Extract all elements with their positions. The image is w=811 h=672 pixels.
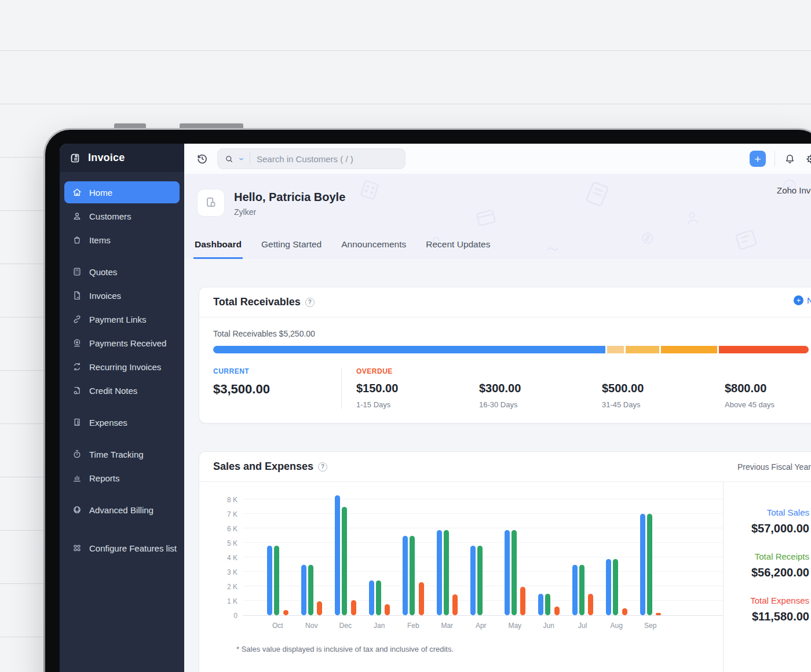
expenses-bar (283, 610, 288, 615)
aging-bar-segment (607, 346, 624, 353)
fiscal-year-selector[interactable]: Previous Fiscal Year (737, 462, 811, 472)
device-volume-button (180, 123, 243, 128)
expenses-bar (588, 594, 593, 616)
overdue-bucket: $800.00Above 45 days (725, 382, 811, 409)
sidebar-item-label: Configure Features list (89, 543, 177, 553)
x-tick-month: Nov (305, 622, 317, 630)
sidebar-item-configure-features-list[interactable]: Configure Features list (64, 537, 180, 559)
chevron-down-icon[interactable] (238, 156, 244, 162)
y-tick-label: 0 (233, 612, 238, 620)
quick-create-button[interactable]: + (750, 151, 766, 167)
sales-bar (369, 580, 374, 615)
total-value: $11,580.00 (724, 610, 809, 623)
help-icon[interactable]: ? (318, 462, 327, 472)
device-volume-button (114, 123, 146, 128)
bar-group-nov-2023 (295, 493, 329, 615)
org-name: Zylker (234, 207, 345, 217)
current-column: CURRENT $3,500.00 (213, 367, 341, 409)
expenses-icon (72, 417, 82, 428)
receipts-bar (545, 594, 550, 616)
receipts-bar (647, 514, 652, 615)
customers-icon (72, 211, 82, 221)
bucket-range: 31-45 Days (602, 400, 725, 409)
sidebar-group: Time TrackingReports (64, 443, 180, 489)
dashboard-content: Total Receivables ? + New Total Receivab… (184, 259, 811, 672)
tab-announcements[interactable]: Announcements (340, 233, 407, 259)
sidebar-item-customers[interactable]: Customers (64, 205, 180, 227)
x-tick-month: Dec (339, 622, 352, 630)
x-tick-label: Sep2024 (634, 621, 668, 631)
sidebar-item-recurring-invoices[interactable]: Recurring Invoices (64, 356, 180, 378)
aging-bar-segment (719, 346, 809, 353)
bar-group-dec-2023 (328, 493, 363, 615)
sidebar-item-time-tracking[interactable]: Time Tracking (64, 443, 180, 465)
recent-history-button[interactable] (196, 152, 209, 165)
y-tick-label: 6 K (227, 525, 238, 533)
x-tick-label: Nov2023 (295, 621, 329, 631)
bar-group-may-2024 (498, 493, 532, 615)
decor-doodle (355, 176, 384, 204)
global-search[interactable] (217, 148, 406, 169)
bucket-amount: $300.00 (479, 382, 602, 395)
sidebar-item-expenses[interactable]: Expenses (64, 411, 180, 433)
x-tick-label: May2024 (498, 621, 532, 631)
time-tracking-icon (72, 449, 82, 459)
tab-dashboard[interactable]: Dashboard (193, 233, 243, 259)
sidebar-group: HomeCustomersItems (64, 181, 180, 251)
sidebar-item-payments-received[interactable]: Payments Received (64, 332, 180, 354)
sidebar-item-label: Items (89, 235, 111, 245)
sidebar-group: Advanced Billing (64, 499, 180, 521)
receipts-bar (444, 530, 449, 616)
new-receivable-button[interactable]: + New (794, 295, 811, 305)
search-icon (224, 154, 234, 164)
sales-bar (301, 565, 306, 616)
bar-group-jan-2024 (363, 493, 397, 615)
aging-progress-bar (213, 346, 809, 353)
receipts-bar (613, 559, 618, 616)
settings-button[interactable] (805, 153, 811, 165)
chart-x-axis: Oct2023Nov2023Dec2023Jan2024Feb2024Mar20… (243, 616, 723, 631)
sales-bar (403, 536, 408, 616)
bar-group-jun-2024 (532, 493, 566, 615)
bar-group-mar-2024 (430, 493, 465, 615)
help-icon[interactable]: ? (305, 298, 315, 307)
decor-doodle (472, 203, 501, 233)
receipts-bar (376, 580, 381, 615)
total-value: $57,000.00 (724, 522, 809, 535)
bar-group-oct-2023 (261, 493, 295, 615)
sidebar-item-label: Advanced Billing (89, 505, 154, 515)
sidebar-item-home[interactable]: Home (64, 181, 180, 203)
sidebar-item-quotes[interactable]: Quotes (64, 261, 180, 283)
x-tick-label: Mar2024 (430, 621, 465, 631)
tab-recent-updates[interactable]: Recent Updates (425, 233, 491, 259)
sidebar-item-advanced-billing[interactable]: Advanced Billing (64, 499, 180, 521)
tab-getting-started[interactable]: Getting Started (260, 233, 323, 259)
x-tick-month: Oct (272, 622, 283, 630)
org-avatar[interactable] (197, 189, 225, 217)
x-tick-label: Dec2023 (328, 621, 363, 631)
aging-bar-segment (661, 346, 717, 353)
x-tick-month: Feb (407, 622, 419, 630)
invoice-logo-icon (68, 151, 82, 165)
chart-area: Oct2023Nov2023Dec2023Jan2024Feb2024Mar20… (243, 493, 723, 631)
sidebar-item-items[interactable]: Items (64, 229, 180, 251)
plus-circle-icon: + (794, 295, 803, 305)
notifications-button[interactable] (784, 153, 796, 165)
receipts-bar (410, 536, 415, 616)
sidebar-item-label: Credit Notes (89, 386, 137, 396)
sidebar-item-invoices[interactable]: Invoices (64, 284, 180, 306)
sidebar-item-label: Invoices (89, 291, 121, 301)
sidebar-item-payment-links[interactable]: Payment Links (64, 308, 180, 330)
aging-breakdown: CURRENT $3,500.00 OVERDUE $150.001-15 Da… (213, 367, 809, 423)
sidebar-group: QuotesInvoicesPayment LinksPayments Rece… (64, 261, 180, 401)
sidebar-header: Invoice (60, 144, 184, 172)
sidebar-item-reports[interactable]: Reports (64, 467, 180, 489)
search-input[interactable] (255, 154, 399, 165)
items-icon (72, 235, 82, 245)
sidebar-item-label: Time Tracking (89, 450, 144, 459)
sidebar-group: Configure Features list (64, 537, 180, 559)
chart-side: 01 K2 K3 K4 K5 K6 K7 K8 K Oct2023Nov2023… (199, 482, 723, 672)
sidebar-item-credit-notes[interactable]: Credit Notes (64, 379, 180, 401)
invoices-icon (72, 290, 82, 301)
bucket-range: 16-30 Days (479, 400, 602, 409)
